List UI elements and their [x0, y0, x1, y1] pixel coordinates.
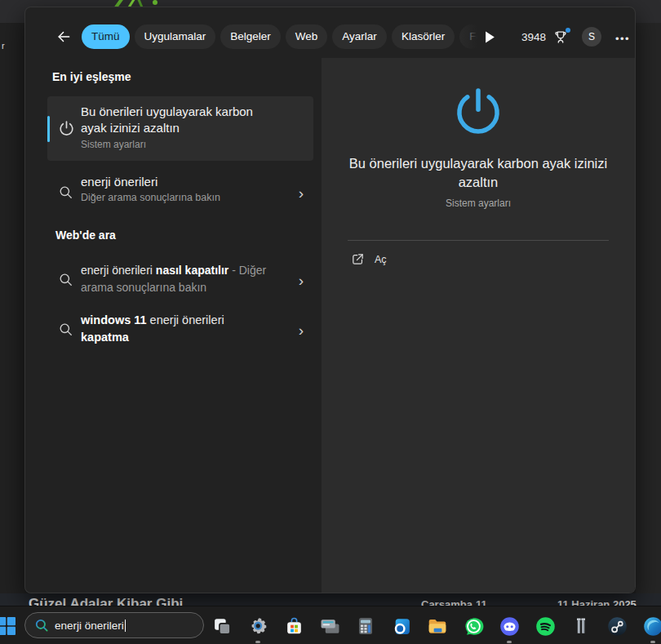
taskbar-search-value: enerji önerileri [55, 620, 124, 632]
rewards-trophy-button[interactable] [552, 29, 570, 47]
tab-tumu[interactable]: Tümü [82, 24, 130, 49]
selection-accent-bar [47, 116, 50, 142]
running-indicator [650, 641, 655, 643]
taskbar-app-settings[interactable] [246, 614, 270, 638]
suggestion-subtitle: Diğer arama sonuçlarına bakın [81, 192, 220, 203]
taskbar-app-calculator[interactable] [353, 614, 378, 638]
tab-uygulamalar[interactable]: Uygulamalar [135, 24, 216, 49]
edge-icon [642, 615, 661, 637]
taskbar-app-edge[interactable] [641, 614, 661, 638]
web-result-text: enerji önerileri nasıl kapatılır - Diğer… [81, 262, 291, 296]
text-segment-bold: windows 11 [81, 313, 150, 326]
tab-clipped-wrap: Fotoğraflar [459, 24, 484, 49]
discord-icon [499, 615, 521, 637]
taskbar-app-steam[interactable] [605, 614, 629, 638]
open-external-icon [351, 252, 365, 266]
tab-fotograflar[interactable]: Fotoğraflar [459, 24, 484, 49]
text-segment-bold: kapatma [81, 331, 129, 344]
taskbar-search-input[interactable]: enerji önerileri [24, 612, 204, 638]
running-indicator [255, 641, 260, 643]
text-segment-bold: nasıl kapatılır [156, 264, 228, 277]
web-search-heading: Web'de ara [55, 229, 116, 242]
taskbar-app-remote-desktop[interactable] [317, 614, 342, 638]
search-icon [34, 618, 49, 633]
open-button-label: Aç [375, 254, 387, 265]
tab-klasorler[interactable]: Klasörler [392, 24, 455, 49]
gear-icon [247, 615, 268, 637]
whatsapp-icon [463, 615, 485, 637]
taskbar-app-discord[interactable] [497, 614, 521, 638]
rewards-notification-dot [566, 28, 570, 33]
text-caret [125, 620, 126, 632]
text-segment: enerji önerileri [81, 264, 156, 277]
preview-pane: Bu önerileri uygulayarak karbon ayak izi… [322, 58, 635, 593]
preview-subtitle: Sistem ayarları [322, 198, 635, 209]
chevron-right-icon: › [299, 185, 304, 201]
filter-tabs: Tümü Uygulamalar Belgeler Web Ayarlar Kl… [82, 24, 484, 49]
windows-logo-icon [0, 616, 16, 636]
search-icon [58, 184, 73, 200]
tab-ayarlar[interactable]: Ayarlar [332, 24, 387, 49]
taskbar-app-task-view[interactable] [210, 614, 234, 638]
screen: r Güzel Adalar Kibar Gibi Çarşamba 11 11… [0, 0, 661, 644]
open-button[interactable]: Aç [346, 249, 392, 269]
search-panel: Tümü Uygulamalar Belgeler Web Ayarlar Kl… [24, 7, 636, 593]
spotify-icon [535, 615, 557, 637]
text-segment: enerji önerileri [150, 313, 224, 326]
account-avatar[interactable]: S [582, 27, 601, 47]
steam-icon [606, 615, 628, 637]
start-button[interactable] [0, 616, 18, 636]
outlook-icon [392, 616, 412, 637]
calculator-icon [356, 616, 375, 636]
power-icon [58, 120, 75, 137]
taskbar-app-outlook[interactable] [389, 614, 414, 638]
desktop-right-strip [636, 23, 661, 606]
more-options-button[interactable]: ••• [613, 29, 632, 48]
game-towers-icon [571, 616, 591, 636]
search-suggestion-item[interactable]: enerji önerileri Diğer arama sonuçlarına… [47, 167, 313, 218]
taskbar-app-microsoft-store[interactable] [282, 614, 306, 638]
taskbar-app-whatsapp[interactable] [461, 614, 486, 638]
play-right-icon [485, 31, 495, 43]
search-icon [58, 322, 73, 337]
web-result-item[interactable]: enerji önerileri nasıl kapatılır - Diğer… [47, 256, 313, 302]
arrow-left-icon [55, 29, 72, 45]
suggestion-title: enerji önerileri [81, 175, 220, 189]
desktop-icon-label-fragment: r [2, 41, 5, 51]
desktop-bottom-strip: Güzel Adalar Kibar Gibi Çarşamba 11 11 H… [0, 593, 661, 606]
power-icon-large [451, 85, 505, 139]
divider [348, 240, 609, 241]
web-result-text: windows 11 enerji önerileri kapatma [81, 312, 268, 346]
widget-day: Çarşamba [421, 598, 472, 606]
taskbar-app-spotify[interactable] [533, 614, 557, 638]
web-result-item[interactable]: windows 11 enerji önerileri kapatma › [47, 306, 313, 352]
taskbar-app-game[interactable] [569, 614, 593, 638]
chevron-right-icon: › [299, 273, 304, 288]
back-button[interactable] [53, 26, 74, 47]
tab-scroll-right-button[interactable] [482, 29, 497, 45]
widget-date: 11 Haziran 2025 [557, 598, 637, 606]
desktop-left-strip: r [0, 23, 24, 606]
taskbar-app-file-explorer[interactable] [425, 614, 450, 638]
task-view-icon [212, 616, 233, 637]
rewards-points[interactable]: 3948 [512, 31, 546, 43]
best-match-item[interactable]: Bu önerileri uygulayarak karbon ayak izi… [47, 96, 313, 161]
remote-desktop-icon [320, 616, 340, 637]
taskbar: enerji önerileri [0, 606, 661, 644]
best-match-title: Bu önerileri uygulayarak karbon ayak izi… [81, 104, 281, 136]
folder-icon [427, 615, 448, 637]
running-indicator [507, 641, 512, 643]
best-match-heading: En iyi eşleşme [52, 70, 131, 83]
tab-belgeler[interactable]: Belgeler [220, 24, 281, 49]
best-match-subtitle: Sistem ayarları [81, 139, 281, 150]
wallpaper-caption: Güzel Adalar Kibar Gibi [29, 596, 183, 606]
microsoft-store-icon [284, 616, 304, 637]
search-icon [58, 272, 73, 287]
widget-number: 11 [476, 598, 487, 606]
tab-web[interactable]: Web [286, 24, 328, 49]
preview-title: Bu önerileri uygulayarak karbon ayak izi… [333, 154, 623, 192]
chevron-right-icon: › [299, 322, 304, 338]
